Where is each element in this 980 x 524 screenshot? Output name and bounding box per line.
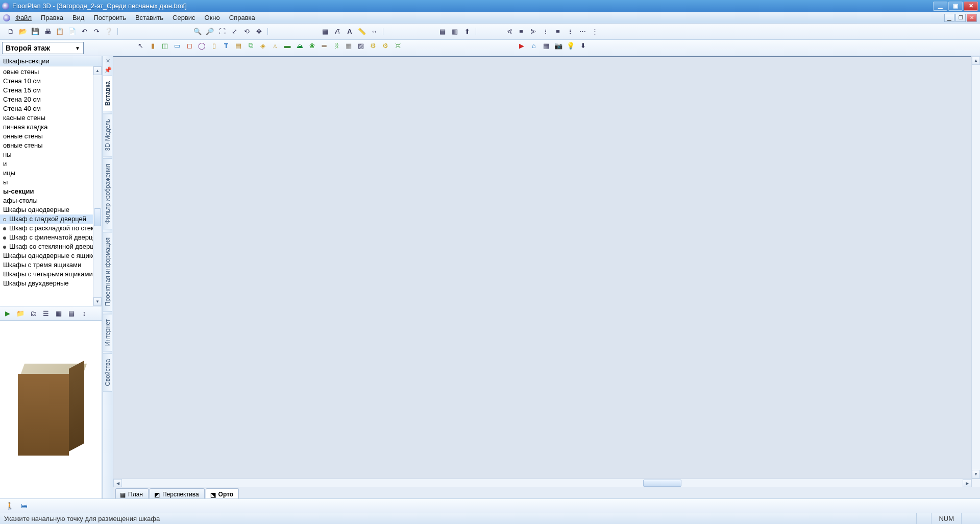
fence-tool-button[interactable]: ⧚ [331, 40, 342, 51]
cat-grid-icon[interactable]: ▦ [53, 308, 64, 319]
door-tool-button[interactable]: ◫ [159, 40, 170, 51]
mdi-close-button[interactable]: ✕ [967, 14, 977, 22]
measure-tool-button[interactable]: 📏 [356, 26, 368, 37]
align-center-h-button[interactable]: ≡ [516, 26, 527, 37]
tree-item[interactable]: ы [0, 178, 102, 187]
cat-folder-icon[interactable]: 📁 [15, 308, 26, 319]
cat-sort-icon[interactable]: ↕ [79, 308, 90, 319]
redo-button[interactable]: ↷ [91, 26, 102, 37]
tree-item[interactable]: афы-столы [0, 196, 102, 205]
cat-list-icon[interactable]: ☰ [40, 308, 52, 319]
tree-item[interactable]: Шкаф с раскладкой по стеклу [0, 224, 102, 233]
tree-item[interactable]: и [0, 159, 102, 169]
roof-tool-button[interactable]: ⟑ [270, 40, 281, 51]
tree-item[interactable]: Шкафы однодверные с ящиком [0, 251, 102, 260]
vscroll-down-icon[interactable]: ▼ [972, 470, 980, 479]
wall-tool-button[interactable]: ▮ [147, 40, 158, 51]
layer-manager-button[interactable]: ▥ [449, 26, 460, 37]
tree-item[interactable]: овные стены [0, 141, 102, 150]
cylinder-tool-button[interactable]: ◯ [196, 40, 207, 51]
fly-mode-button[interactable]: 🛏 [18, 501, 30, 512]
window-minimize-button[interactable]: ▁ [933, 2, 947, 11]
floor-up-button[interactable]: ⬆ [461, 26, 473, 37]
walk-mode-button[interactable]: 🚶 [4, 501, 15, 512]
tree-item[interactable]: пичная кладка [0, 123, 102, 132]
align-left-button[interactable]: ⫷ [503, 26, 514, 37]
tree-item[interactable]: ны [0, 150, 102, 159]
scroll-down-icon[interactable]: ▼ [93, 297, 102, 306]
align-center-v-button[interactable]: ≡ [552, 26, 564, 37]
tab-3d-model[interactable]: 3D-Модель [103, 113, 112, 156]
select-tool-button[interactable]: ↖ [135, 40, 146, 51]
window-close-button[interactable]: ✕ [964, 2, 978, 11]
window-tool-button[interactable]: ▭ [172, 40, 183, 51]
menu-build[interactable]: Построить [89, 13, 130, 22]
plant-tool-button[interactable]: ❀ [306, 40, 317, 51]
zoom-window-button[interactable]: ⛶ [216, 26, 228, 37]
furniture-tool-button[interactable]: ◈ [257, 40, 268, 51]
tree-item[interactable]: Стена 20 см [0, 95, 102, 104]
hscroll-right-icon[interactable]: ▶ [963, 479, 971, 487]
render-settings-button[interactable]: ▦ [541, 40, 552, 51]
tree-item[interactable]: Шкаф со стеклянной дверцей [0, 242, 102, 251]
viewport-vscrollbar[interactable]: ▲ ▼ [971, 56, 980, 479]
tree-item[interactable]: ы-секции [0, 187, 102, 196]
tree-item[interactable]: Шкаф с гладкой дверцей [0, 215, 102, 224]
viewport-hscrollbar[interactable]: ◀ ▶ [113, 479, 971, 487]
tree-item[interactable]: касные стены [0, 113, 102, 123]
tree-item[interactable]: Шкафы с четырьмя ящиками [0, 270, 102, 279]
cat-play-icon[interactable]: ▶ [2, 308, 13, 319]
menu-insert[interactable]: Вставить [131, 13, 167, 22]
distribute-h-button[interactable]: ⋯ [577, 26, 588, 37]
crop-wheat-icon[interactable]: ⚙ [368, 40, 379, 51]
tree-item[interactable]: онные стены [0, 132, 102, 141]
catalog-tree[interactable]: овые стеныСтена 10 смСтена 15 смСтена 20… [0, 66, 102, 306]
tab-internet[interactable]: Интернет [103, 314, 112, 351]
mdi-restore-button[interactable]: ❐ [955, 14, 966, 22]
hscroll-left-icon[interactable]: ◀ [113, 479, 122, 487]
zoom-fit-button[interactable]: ⤢ [229, 26, 240, 37]
column-tool-button[interactable]: ▯ [208, 40, 219, 51]
menu-service[interactable]: Сервис [168, 13, 200, 22]
path-tool-button[interactable]: ═ [318, 40, 330, 51]
menu-view[interactable]: Вид [68, 13, 89, 22]
tree-item[interactable]: Стена 40 см [0, 104, 102, 113]
menu-file[interactable]: Файл [11, 13, 36, 22]
hscroll-thumb[interactable] [643, 480, 681, 487]
scroll-up-icon[interactable]: ▲ [93, 66, 102, 75]
tree-scrollbar[interactable]: ▲ ▼ [93, 66, 102, 306]
cat-folder2-icon[interactable]: 🗂 [28, 308, 39, 319]
open-file-button[interactable]: 📂 [17, 26, 29, 37]
terrain-tool-button[interactable]: ⛰ [294, 40, 305, 51]
distribute-v-button[interactable]: ⋮ [589, 26, 600, 37]
help-button[interactable]: ❔ [103, 26, 114, 37]
menu-help[interactable]: Справка [225, 13, 259, 22]
tree-item[interactable]: Стена 10 см [0, 77, 102, 86]
cat-detail-icon[interactable]: ▤ [66, 308, 77, 319]
zoom-prev-button[interactable]: ⟲ [241, 26, 252, 37]
tree-item[interactable]: Шкафы с тремя ящиками [0, 260, 102, 270]
panel-close-icon[interactable]: ✕ [103, 56, 113, 65]
dimension-tool-button[interactable]: ↔ [369, 26, 380, 37]
undo-button[interactable]: ↶ [79, 26, 90, 37]
scroll-thumb[interactable] [94, 208, 101, 226]
vscroll-up-icon[interactable]: ▲ [972, 56, 980, 65]
mdi-minimize-button[interactable]: ▁ [944, 14, 954, 22]
tab-image-filter[interactable]: Фильтр изображения [103, 158, 112, 229]
layers-button[interactable]: ▤ [437, 26, 448, 37]
menu-edit[interactable]: Правка [37, 13, 67, 22]
stairs-tool-button[interactable]: ▤ [233, 40, 244, 51]
panel-pin-icon[interactable]: 📌 [103, 65, 113, 75]
cube-tool-button[interactable]: ◻ [184, 40, 195, 51]
paste-button[interactable]: 📄 [66, 26, 78, 37]
text-tool-button[interactable]: A [344, 26, 355, 37]
tab-properties[interactable]: Свойства [103, 353, 112, 392]
tree-item[interactable]: ицы [0, 169, 102, 178]
tab-ortho[interactable]: ⬔Орто [206, 488, 239, 498]
light-button[interactable]: 💡 [565, 40, 576, 51]
pan-button[interactable]: ✥ [253, 26, 264, 37]
tree-item[interactable]: Стена 15 см [0, 86, 102, 95]
tab-plan[interactable]: ▦План [115, 488, 149, 498]
tree-tool-button[interactable]: ⯏ [392, 40, 403, 51]
window-maximize-button[interactable]: ▣ [948, 2, 963, 11]
